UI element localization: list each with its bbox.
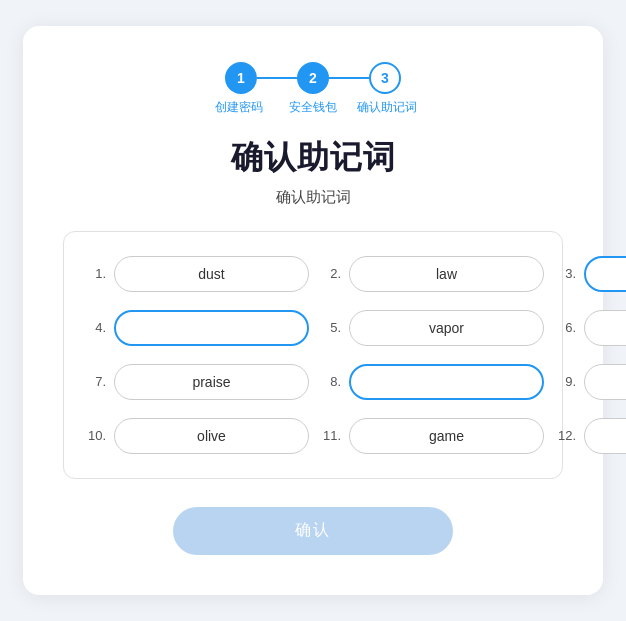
word-input-11[interactable]: [349, 418, 544, 454]
stepper: 1 2 3: [63, 62, 563, 94]
word-input-5[interactable]: [349, 310, 544, 346]
word-item: 1.: [84, 256, 309, 292]
word-input-8[interactable]: [349, 364, 544, 400]
word-item: 3.: [554, 256, 626, 292]
word-item: 10.: [84, 418, 309, 454]
word-number: 5.: [319, 320, 341, 335]
word-item: 8.: [319, 364, 544, 400]
word-number: 6.: [554, 320, 576, 335]
word-input-10[interactable]: [114, 418, 309, 454]
word-number: 10.: [84, 428, 106, 443]
word-item: 9.: [554, 364, 626, 400]
word-input-1[interactable]: [114, 256, 309, 292]
word-input-4[interactable]: [114, 310, 309, 346]
word-item: 12.: [554, 418, 626, 454]
word-number: 2.: [319, 266, 341, 281]
word-number: 4.: [84, 320, 106, 335]
word-item: 4.: [84, 310, 309, 346]
page-title: 确认助记词: [63, 136, 563, 180]
word-item: 6.: [554, 310, 626, 346]
word-item: 11.: [319, 418, 544, 454]
word-number: 3.: [554, 266, 576, 281]
word-input-9[interactable]: [584, 364, 626, 400]
step-labels: 创建密码 安全钱包 确认助记词: [63, 100, 563, 116]
word-grid: 1.2.3.4.5.6.7.8.9.10.11.12.: [84, 256, 542, 454]
word-item: 7.: [84, 364, 309, 400]
step-line-2: [329, 77, 369, 79]
word-input-3[interactable]: [584, 256, 626, 292]
confirm-button[interactable]: 确认: [173, 507, 453, 555]
step-2: 2: [297, 62, 329, 94]
step-label-1: 创建密码: [202, 100, 276, 116]
word-number: 8.: [319, 374, 341, 389]
word-item: 2.: [319, 256, 544, 292]
sub-title: 确认助记词: [63, 188, 563, 207]
step-1: 1: [225, 62, 257, 94]
word-input-2[interactable]: [349, 256, 544, 292]
word-grid-container: 1.2.3.4.5.6.7.8.9.10.11.12.: [63, 231, 563, 479]
step-label-2: 安全钱包: [276, 100, 350, 116]
word-input-7[interactable]: [114, 364, 309, 400]
word-number: 9.: [554, 374, 576, 389]
step-3: 3: [369, 62, 401, 94]
word-input-6[interactable]: [584, 310, 626, 346]
word-item: 5.: [319, 310, 544, 346]
step-label-3: 确认助记词: [350, 100, 424, 116]
word-number: 1.: [84, 266, 106, 281]
word-input-12[interactable]: [584, 418, 626, 454]
step-line-1: [257, 77, 297, 79]
word-number: 11.: [319, 428, 341, 443]
word-number: 7.: [84, 374, 106, 389]
word-number: 12.: [554, 428, 576, 443]
main-card: 1 2 3 创建密码 安全钱包 确认助记词 确认助记词 确认助记词 1.2.3.…: [23, 26, 603, 595]
